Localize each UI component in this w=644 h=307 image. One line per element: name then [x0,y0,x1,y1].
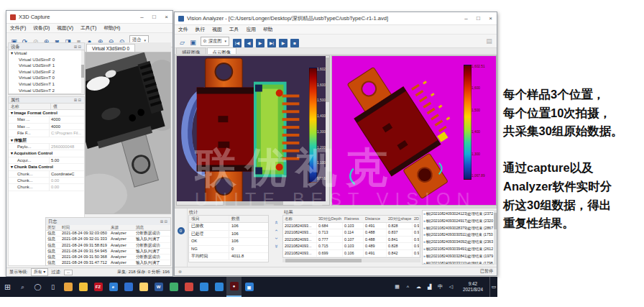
log-row[interactable]: 信息2021-08-24 09:31:58:819Analyzer分析数据成功 [46,243,170,249]
frame-log-row[interactable]: »帧(20210824093028379)处理结束 (2867 ms) [423,225,494,232]
stats-row[interactable]: OK106 [189,238,268,245]
app-mail[interactable] [121,277,136,297]
taskbar-clock[interactable]: 9:42 2021/8/24 [456,281,489,293]
results-column-header[interactable]: 2D对位Corr [413,216,420,222]
filter-value[interactable]: -- [64,270,73,275]
log-column-header[interactable]: 时间 [60,225,109,230]
properties-col-name[interactable]: 名称 [9,104,51,109]
tab-virtual-x3dsimd0[interactable]: Virtual X3dSimD 0 [86,44,135,52]
property-row[interactable]: Chunk...CoordinateC [9,171,84,178]
network-icon[interactable]: ▟ [424,284,435,290]
property-row[interactable]: Max ...4000 [9,124,84,130]
stats-column-header[interactable]: 数值 [229,216,268,222]
app-photos[interactable]: ▣ [242,277,257,297]
property-row[interactable]: Chunk...0.00 [9,184,84,191]
stats-row[interactable]: 已处理106 [189,231,268,238]
frame-log-row[interactable]: »帧(20210824093034092)处理结束 (2363 ms) [423,239,494,246]
property-row[interactable]: Acqui...5.00 [9,157,84,164]
log-column-header[interactable]: 消息 [134,225,170,230]
analyzer-maximize-button[interactable]: □ [472,13,484,24]
save-icon[interactable]: ▣ [188,38,198,47]
ime-icon[interactable]: 中 [435,283,446,290]
results-column-header[interactable]: Flatness [343,216,364,222]
app-globe-1[interactable] [196,277,211,297]
onedrive-icon[interactable]: ☁ [413,284,424,290]
property-row[interactable]: File F...C:\Program Fil... [9,130,84,137]
capture-menu-item[interactable]: 文件(F) [6,24,29,32]
hidden-icons-chevron[interactable]: ^ [402,285,413,290]
frame-log-row[interactable]: »帧(20210824093024917)处理结束 (2320 ms) [423,218,494,225]
stats-row[interactable]: 已接收106 [189,223,268,230]
capture-maximize-button[interactable]: □ [148,12,160,23]
device-tree-scrollbar[interactable] [81,50,84,94]
task-view-icon[interactable]: ▯ [45,277,60,297]
app-edge[interactable]: e [106,277,121,297]
next-frame-button[interactable]: ▶ [256,39,264,47]
property-group-row[interactable]: ▾ Image Format Control [9,110,84,116]
property-row[interactable]: Max ...4000 [9,116,84,123]
results-column-header[interactable]: Distance [364,216,387,222]
frame-log-row[interactable]: »帧(20210824093039491)处理结束 (2612 ms) [423,246,494,253]
device-tree-root[interactable]: ▾ Virtual [9,50,84,57]
app-filezilla[interactable]: FZ [91,277,106,297]
analyzer-menu-item[interactable]: 视图 [208,26,226,33]
notification-center-button[interactable]: ▭ [489,277,497,297]
device-tree-item[interactable]: Virtual X3dSimD 0 [9,93,84,95]
results-column-header[interactable]: 名称 [283,216,317,222]
property-row[interactable]: Chunk...0.00 [9,178,84,184]
log-row[interactable]: 信息2021-08-24 09:31:50:368Analyzer分析数据成功 [46,255,170,260]
device-tree-item[interactable]: Virtual U3dSimF 2 [9,69,84,75]
log-row[interactable]: 信息2021-08-24 09:31:47:712Analyzer输入队列满了 [46,260,170,265]
capture-menu-item[interactable]: 视图(V) [53,24,77,32]
device-tree-item[interactable]: Virtual U3dSimT 0 [9,75,84,81]
app-paint[interactable] [75,277,91,297]
prev-frame-button[interactable]: ◀ [244,39,253,47]
log-row[interactable]: 信息2021-08-24 09:32:01:333Analyzer输入队列满了 [46,237,170,242]
results-row[interactable]: 20210824093...0.7150.1030.4890.8280.996 [283,243,420,250]
last-frame-button[interactable]: ▶| [267,39,276,47]
frame-log-scrollbar[interactable] [494,210,497,265]
play-button[interactable]: ▶ [279,39,288,47]
results-horizontal-scrollbar[interactable] [282,259,420,262]
scroll-last-button[interactable]: » [272,241,280,252]
device-tree-item[interactable]: Virtual U3dSimF 0 [9,57,84,63]
analyzer-menu-item[interactable]: 应用 [242,26,259,33]
results-row[interactable]: 20210824093...0.6990.1060.4910.8420.996 [283,250,420,257]
results-column-header[interactable]: 3D对位Depth [317,216,343,222]
first-frame-button[interactable]: |◀ [233,39,242,47]
device-tree-item[interactable]: Virtual U3dSimT 2 [9,88,84,94]
app-green[interactable] [166,277,181,297]
property-group-row[interactable]: ▾ 传输层 [9,137,84,144]
panel-buttons-icon[interactable]: ⊞⊟ [74,45,82,49]
property-group-row[interactable]: ▾ Acquisition Control [9,150,84,157]
display-level-dropdown[interactable]: 所有 ▾ [31,268,49,276]
frame-log-row[interactable]: »帧(20210824093024123)处理结束 (2372 ms) [423,211,494,218]
settings-icon[interactable]: ▤ [484,37,494,46]
analyzer-menu-item[interactable]: 执行 [192,26,209,33]
app-word[interactable]: W [151,277,166,297]
app-crown[interactable] [60,277,75,297]
depth-view-right[interactable]: 1,602.511,6001,5001,4001,3001,067.89 [331,55,497,206]
analyzer-titlebar[interactable]: Vision Analyzer - [C:/Users/Longer/Deskt… [175,12,497,25]
stats-row[interactable]: NG0 [189,246,268,253]
log-row[interactable]: 信息2021-08-24 09:31:54:945Analyzer输入队列满了 [46,249,170,255]
grayscale-connector-image[interactable] [85,52,171,214]
properties-col-value[interactable]: 值 [51,104,58,109]
results-row[interactable]: 20210824093...0.7130.1140.4880.8370.995 [283,229,420,237]
analyzer-menu-item[interactable]: 工具 [226,26,243,33]
view-mode-dropdown[interactable]: 0: 深度图 ▾ [201,37,229,46]
capture-menu-item[interactable]: 工具(T) [77,24,100,32]
app-capture-active[interactable]: ● [226,277,242,297]
capture-menu-item[interactable]: 帮助(H) [100,24,124,32]
stop-button[interactable]: ■ [290,39,299,47]
frame-log-row[interactable]: »帧(20210824093032841)处理结束 (1979 ms) [423,253,494,260]
capture-titlebar[interactable]: X3D Capture – □ × [6,11,172,24]
results-column-header[interactable]: 2D对位shape [387,216,413,222]
log-row[interactable]: 信息2021-08-24 09:32:03:050Analyzer分析数据成功 [46,231,170,237]
results-row[interactable]: 20210824093...0.7080.0880.4890.8400.996 [283,257,420,258]
device-tree-item[interactable]: Virtual U3dSimF 1 [9,63,84,69]
horizontal-scrollbar[interactable] [177,201,329,205]
panel-buttons-icon[interactable]: ⊞⊟ [160,219,168,224]
cortana-icon[interactable]: ◯ [30,277,45,297]
device-tree-item[interactable]: Virtual U3dSimT 1 [9,81,84,88]
